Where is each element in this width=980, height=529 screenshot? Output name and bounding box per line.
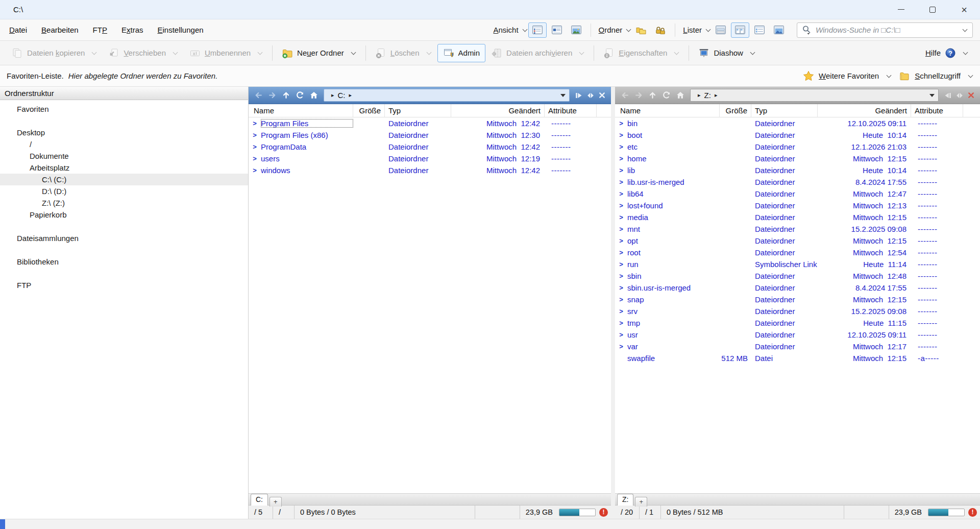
expand-chevron-icon[interactable]: >: [615, 190, 627, 198]
tree-item-c-c[interactable]: C:\ (C:): [0, 174, 248, 185]
file-name[interactable]: ProgramData: [261, 142, 353, 151]
search-box[interactable]: [797, 22, 973, 38]
forward-button[interactable]: [632, 89, 646, 102]
file-row[interactable]: >lost+foundDateiordnerMittwoch 12:13----…: [615, 200, 980, 211]
file-name[interactable]: mnt: [627, 225, 720, 233]
column-header-name[interactable]: Name: [615, 104, 720, 117]
column-header-size[interactable]: Größe: [353, 104, 385, 117]
file-name[interactable]: opt: [627, 236, 720, 245]
file-row[interactable]: >Program FilesDateiordnerMittwoch 12:42-…: [249, 117, 611, 129]
file-name[interactable]: sbin.usr-is-merged: [627, 283, 720, 292]
tree-item-dokumente[interactable]: Dokumente: [0, 150, 248, 162]
tree-item-bibliotheken[interactable]: Bibliotheken: [0, 256, 248, 268]
expand-chevron-icon[interactable]: >: [615, 143, 627, 151]
pane-tab[interactable]: C:: [251, 494, 268, 506]
file-row[interactable]: >binDateiordner12.10.2025 09:11-------: [615, 117, 980, 129]
column-header-attributes[interactable]: Attribute: [911, 104, 963, 117]
copy-dropdown-icon[interactable]: [92, 50, 97, 55]
maximize-pane-button[interactable]: [942, 90, 953, 101]
tree-item-papierkorb[interactable]: Papierkorb: [0, 209, 248, 221]
column-header-modified[interactable]: Geändert: [451, 104, 545, 117]
file-name[interactable]: swapfile: [627, 354, 720, 363]
expand-chevron-icon[interactable]: >: [615, 225, 627, 233]
file-name[interactable]: srv: [627, 307, 720, 316]
new-tab-button[interactable]: +: [270, 497, 282, 507]
maximize-pane-button[interactable]: [573, 90, 584, 101]
expand-chevron-icon[interactable]: >: [615, 343, 627, 350]
folder-sync-button[interactable]: [632, 22, 650, 38]
minimize-button[interactable]: [885, 0, 917, 19]
folder-lock-button[interactable]: [651, 22, 670, 38]
split-horizontal-button[interactable]: [712, 22, 730, 38]
breadcrumb[interactable]: ▸ Z: ▸: [690, 89, 939, 102]
pane-tab[interactable]: Z:: [617, 494, 633, 506]
file-row[interactable]: swapfile512 MBDateiMittwoch 12:15-a-----: [615, 352, 980, 364]
maximize-button[interactable]: [917, 0, 948, 19]
expand-chevron-icon[interactable]: >: [615, 319, 627, 327]
rename-button[interactable]: x Umbenennen: [184, 44, 268, 62]
archive-dropdown-icon[interactable]: [579, 50, 584, 55]
file-row[interactable]: >windowsDateiordnerMittwoch 12:42-------: [249, 164, 611, 176]
file-row[interactable]: >lib64DateiordnerMittwoch 12:47-------: [615, 188, 980, 200]
refresh-button[interactable]: [659, 89, 673, 102]
file-name[interactable]: var: [627, 342, 720, 351]
back-button[interactable]: [252, 89, 265, 102]
tree-item-d-d[interactable]: D:\ (D:): [0, 185, 248, 197]
properties-button[interactable]: Eigenschaften: [598, 44, 685, 62]
expand-chevron-icon[interactable]: >: [249, 143, 261, 151]
refresh-button[interactable]: [293, 89, 307, 102]
file-row[interactable]: >sbinDateiordnerMittwoch 12:48-------: [615, 270, 980, 282]
file-row[interactable]: >varDateiordnerMittwoch 12:17-------: [615, 341, 980, 352]
more-favorites-button[interactable]: Weitere Favoriten: [803, 70, 892, 81]
file-name[interactable]: snap: [627, 295, 720, 304]
new-folder-button[interactable]: Neuer Ordner: [276, 44, 362, 62]
expand-chevron-icon[interactable]: >: [615, 307, 627, 315]
up-button[interactable]: [279, 89, 293, 102]
menu-einstellungen[interactable]: Einstellungen: [150, 26, 210, 34]
expand-chevron-icon[interactable]: >: [615, 119, 627, 127]
picture-view-button[interactable]: [770, 22, 788, 38]
search-icon[interactable]: [802, 25, 812, 35]
breadcrumb-dropdown-icon[interactable]: [929, 94, 935, 97]
group-label-ansicht[interactable]: Ansicht: [490, 26, 519, 34]
file-name[interactable]: run: [627, 260, 720, 269]
menu-datei[interactable]: Datei: [2, 26, 34, 34]
expand-chevron-icon[interactable]: >: [249, 155, 261, 162]
tree-item-favoriten[interactable]: Favoriten: [0, 103, 248, 115]
column-header-attributes[interactable]: Attribute: [545, 104, 597, 117]
swap-panes-button[interactable]: [953, 90, 965, 101]
expand-chevron-icon[interactable]: >: [249, 166, 261, 174]
file-name[interactable]: tmp: [627, 319, 720, 327]
file-row[interactable]: >snapDateiordnerMittwoch 12:15-------: [615, 294, 980, 305]
file-name[interactable]: lib64: [627, 189, 720, 198]
quick-access-dropdown-icon[interactable]: [968, 73, 973, 78]
help-button[interactable]: Hilfe ?: [920, 44, 974, 62]
file-row[interactable]: >srvDateiordner15.2.2025 09:08-------: [615, 305, 980, 317]
search-input[interactable]: [816, 26, 960, 34]
forward-button[interactable]: [265, 89, 279, 102]
disk-alert-icon[interactable]: !: [968, 508, 977, 517]
search-dropdown-icon[interactable]: [963, 27, 968, 32]
close-pane-button[interactable]: [965, 90, 977, 101]
file-row[interactable]: >sbin.usr-is-mergedDateiordner8.4.2024 1…: [615, 282, 980, 294]
tree-item-ftp[interactable]: FTP: [0, 279, 248, 291]
content-view-button[interactable]: [548, 22, 566, 38]
file-row[interactable]: >rootDateiordnerMittwoch 12:54-------: [615, 247, 980, 258]
new-folder-dropdown-icon[interactable]: [351, 50, 356, 55]
file-row[interactable]: >homeDateiordnerMittwoch 12:15-------: [615, 153, 980, 164]
file-name[interactable]: media: [627, 213, 720, 222]
menu-extras[interactable]: Extras: [114, 26, 151, 34]
breadcrumb-chevron-icon[interactable]: ▸: [711, 92, 721, 99]
file-row[interactable]: >usersDateiordnerMittwoch 12:19-------: [249, 153, 611, 164]
expand-chevron-icon[interactable]: >: [615, 213, 627, 221]
admin-button[interactable]: Admin: [437, 44, 486, 62]
breadcrumb[interactable]: ▸ C: ▸: [324, 89, 570, 102]
file-row[interactable]: >etcDateiordner12.1.2026 21:03-------: [615, 141, 980, 153]
home-button[interactable]: [307, 89, 321, 102]
file-row[interactable]: >mntDateiordner15.2.2025 09:08-------: [615, 223, 980, 235]
new-tab-button[interactable]: +: [635, 497, 647, 507]
file-name[interactable]: Program Files (x86): [261, 131, 353, 139]
file-row[interactable]: >tmpDateiordnerHeute 11:15-------: [615, 317, 980, 329]
tree-item-dateisammlungen[interactable]: Dateisammlungen: [0, 232, 248, 244]
breadcrumb-chevron-icon[interactable]: ▸: [346, 92, 356, 99]
